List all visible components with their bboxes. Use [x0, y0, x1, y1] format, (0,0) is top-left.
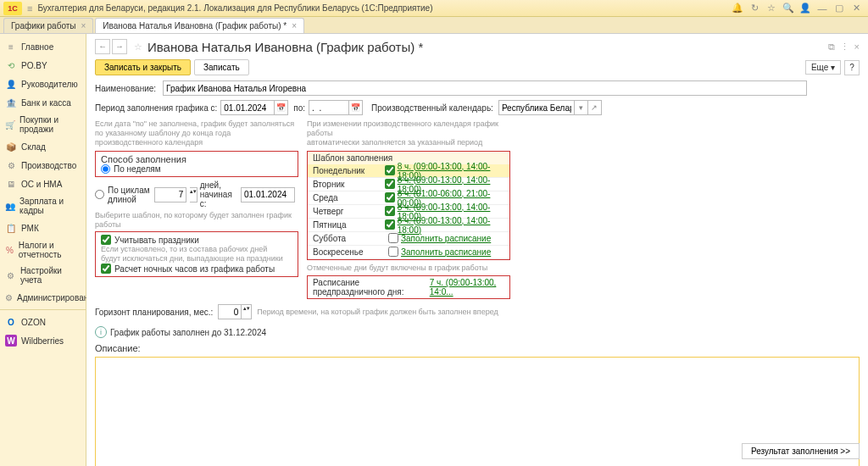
hint-text: автоматически заполняется за указанный п…: [307, 138, 510, 147]
day-checkbox[interactable]: [386, 233, 401, 245]
history-icon[interactable]: ↻: [748, 3, 761, 14]
search-icon[interactable]: 🔍: [782, 3, 795, 14]
nav-forward-button[interactable]: →: [112, 39, 127, 54]
calendar-icon[interactable]: 📅: [275, 100, 288, 115]
sidebar-item-taxes[interactable]: %Налоги и отчетность: [0, 237, 86, 263]
maximize-icon[interactable]: ▢: [832, 3, 846, 14]
marked-note: Отмеченные дни будут включены в график р…: [307, 264, 510, 272]
name-input[interactable]: [163, 80, 807, 96]
sidebar-item-label: OZON: [21, 318, 46, 327]
bell-icon[interactable]: 🔔: [731, 3, 744, 14]
sidebar-item-label: Wildberries: [21, 336, 64, 346]
day-checkbox[interactable]: [382, 206, 397, 218]
day-checkbox[interactable]: [382, 165, 397, 177]
sidebar-item-label: Главное: [21, 42, 53, 52]
sidebar-item-production[interactable]: ⚙Производство: [0, 156, 86, 175]
prod-cal-input[interactable]: [498, 100, 575, 115]
hamburger-icon[interactable]: ≡: [27, 3, 32, 14]
sidebar-item-admin[interactable]: ⚙Администрирование: [0, 288, 86, 307]
more-button[interactable]: Еще ▾: [805, 60, 841, 75]
sidebar-item-wildberries[interactable]: WWildberries: [0, 331, 86, 350]
fill-method-label: Способ заполнения: [101, 154, 292, 164]
sidebar-item-poby[interactable]: ⟲PO.BY: [0, 56, 86, 75]
day-checkbox[interactable]: [386, 247, 401, 258]
sidebar-item-main[interactable]: ≡Главное: [0, 37, 86, 56]
to-label: по:: [293, 103, 305, 113]
date-to-input[interactable]: [309, 100, 349, 115]
checkbox-label: Учитывать праздники: [114, 236, 199, 245]
save-button[interactable]: Записать: [194, 59, 249, 75]
day-checkbox[interactable]: [382, 179, 397, 191]
date-from-input[interactable]: [220, 100, 275, 115]
help-button[interactable]: ?: [844, 60, 860, 75]
sidebar-item-manager[interactable]: 👤Руководителю: [0, 75, 86, 93]
tab-ivanova-schedule[interactable]: Иванова Наталья Ивановна (График работы)…: [95, 18, 304, 33]
prod-cal-label: Производственный календарь:: [371, 103, 493, 113]
cycle-date-input[interactable]: [241, 187, 295, 202]
save-close-button[interactable]: Записать и закрыть: [95, 59, 191, 75]
open-ref-icon[interactable]: ↗: [588, 100, 602, 115]
sidebar-item-assets[interactable]: 🖥ОС и НМА: [0, 175, 86, 193]
result-button[interactable]: Результат заполнения >>: [742, 443, 860, 459]
dropdown-icon[interactable]: ▾: [575, 100, 588, 115]
day-label: Вторник: [308, 180, 382, 189]
sidebar-item-label: Банк и касса: [21, 98, 71, 108]
day-label: Пятница: [308, 220, 382, 230]
tab-close-icon[interactable]: ×: [81, 21, 86, 31]
radio-label: По циклам длиной: [108, 186, 152, 204]
minimize-icon[interactable]: —: [815, 3, 829, 14]
by-weeks-radio[interactable]: [101, 164, 110, 174]
nav-back-button[interactable]: ←: [95, 39, 110, 54]
stepper-icon[interactable]: ▴▾: [190, 187, 198, 202]
day-checkbox[interactable]: [382, 219, 397, 231]
cycle-days-input[interactable]: [154, 187, 186, 202]
sidebar-item-rmk[interactable]: 📋РМК: [0, 219, 86, 237]
sidebar-item-label: Склад: [21, 142, 46, 152]
calendar-icon[interactable]: 📅: [349, 100, 363, 115]
favorite-icon[interactable]: ☆: [134, 42, 142, 53]
night-hours-checkbox[interactable]: [101, 264, 111, 274]
title-bar: 1C ≡ Бухгалтерия для Беларуси, редакция …: [0, 0, 868, 17]
schedule-row[interactable]: ВоскресеньеЗаполнить расписание: [308, 246, 509, 259]
tab-bar: Графики работы × Иванова Наталья Ивановн…: [0, 17, 868, 34]
schedule-link[interactable]: Заполнить расписание: [401, 234, 491, 243]
checkbox-label: Расчет ночных часов из графика работы: [114, 264, 275, 274]
sidebar-item-label: Настройки учета: [20, 266, 81, 285]
holidays-checkbox[interactable]: [101, 235, 111, 245]
user-icon[interactable]: 👤: [798, 3, 812, 14]
sidebar-item-settings[interactable]: ⚙Настройки учета: [0, 263, 86, 288]
day-label: Среда: [308, 193, 382, 202]
close-icon[interactable]: ✕: [849, 3, 863, 14]
hint-text: Если дата "по" не заполнена, график буде…: [95, 119, 298, 129]
by-cycles-radio[interactable]: [95, 190, 104, 199]
tab-work-schedules[interactable]: Графики работы ×: [3, 18, 93, 33]
schedule-row[interactable]: Пятница8 ч. (09:00-13:00, 14:00-18:00): [308, 219, 509, 232]
tab-close-icon[interactable]: ×: [292, 21, 297, 31]
sidebar-item-sales[interactable]: 🛒Покупки и продажи: [0, 112, 86, 137]
horizon-input[interactable]: [218, 304, 242, 319]
star-icon[interactable]: ☆: [765, 3, 778, 14]
stepper-icon[interactable]: ▴▾: [242, 304, 252, 319]
sidebar: ≡Главное ⟲PO.BY 👤Руководителю 🏦Банк и ка…: [0, 34, 86, 466]
sidebar-item-warehouse[interactable]: 📦Склад: [0, 137, 86, 156]
schedule-link[interactable]: 8 ч. (09:00-13:00, 14:00-18:00): [398, 216, 509, 235]
schedule-row[interactable]: СубботаЗаполнить расписание: [308, 232, 509, 246]
info-icon: i: [95, 326, 107, 338]
day-checkbox[interactable]: [382, 192, 397, 204]
label: дней, начиная с:: [200, 180, 239, 208]
day-label: Суббота: [308, 234, 386, 243]
horizon-hint: Период времени, на который график должен…: [257, 308, 498, 317]
pre-holiday-link[interactable]: 7 ч. (09:00-13:00, 14:0...: [430, 278, 504, 297]
sidebar-item-ozon[interactable]: OOZON: [0, 313, 86, 331]
options-icon[interactable]: ⋮: [840, 42, 849, 53]
sidebar-item-bank[interactable]: 🏦Банк и касса: [0, 93, 86, 112]
sidebar-item-label: РМК: [21, 224, 39, 233]
radio-label: По неделям: [114, 164, 161, 174]
close-page-icon[interactable]: ×: [854, 42, 860, 52]
open-window-icon[interactable]: ⧉: [828, 42, 835, 53]
name-label: Наименование:: [95, 84, 156, 93]
sidebar-item-label: ОС и НМА: [21, 180, 62, 189]
sidebar-item-salary[interactable]: 👥Зарплата и кадры: [0, 193, 86, 219]
sidebar-item-label: PO.BY: [21, 61, 47, 70]
schedule-link[interactable]: Заполнить расписание: [401, 247, 491, 257]
